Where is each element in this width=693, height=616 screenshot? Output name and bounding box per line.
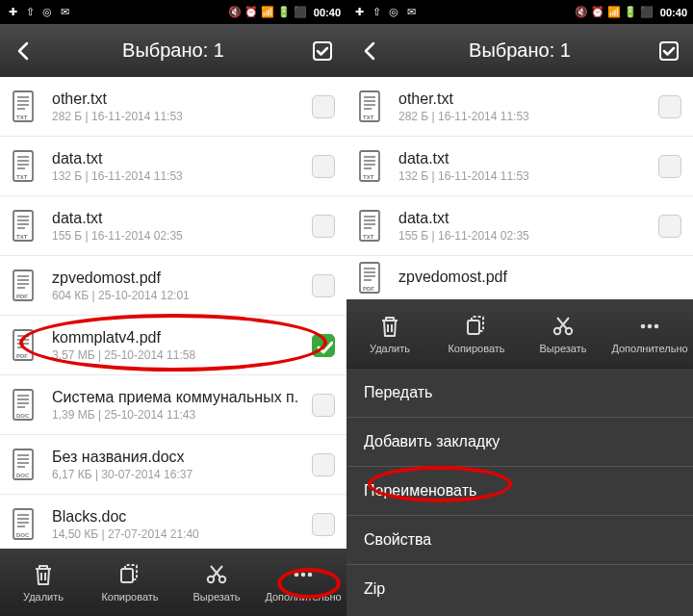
copy-button[interactable]: Копировать — [433, 299, 520, 368]
file-row[interactable]: PDF zpvedomost.pdf 604 КБ | 25-10-2014 1… — [346, 256, 693, 301]
bottom-toolbar: Удалить Копировать Вырезать Дополнительн… — [0, 549, 346, 616]
cut-button[interactable]: Вырезать — [173, 549, 260, 616]
select-all-button[interactable] — [308, 37, 337, 65]
file-row[interactable]: TXT data.txt 155 Б | 16-11-2014 02:35 — [346, 196, 693, 256]
more-menu-overlay: Удалить Копировать Вырезать Дополнительн… — [346, 299, 693, 616]
file-meta: 132 Б | 16-11-2014 11:53 — [52, 169, 312, 183]
file-type-icon: TXT — [12, 210, 40, 243]
file-row[interactable]: PDF kommplatv4.pdf 3,57 МБ | 25-10-2014 … — [0, 316, 346, 375]
svg-text:TXT: TXT — [16, 234, 28, 240]
selection-checkbox[interactable] — [658, 155, 681, 178]
file-name: Система приема коммунальных п. — [52, 389, 312, 406]
file-name: Blacks.doc — [52, 508, 312, 526]
selection-checkbox[interactable] — [312, 215, 335, 238]
more-label: Дополнительно — [611, 343, 687, 354]
file-name: Без названия.docx — [52, 449, 312, 466]
svg-text:TXT: TXT — [16, 115, 28, 120]
file-type-icon: DOC — [12, 508, 40, 541]
more-button[interactable]: Дополнительно — [606, 299, 693, 368]
overlay-menu-item[interactable]: Свойства — [346, 516, 693, 565]
file-row[interactable]: DOC Система приема коммунальных п. 1,39 … — [0, 375, 346, 435]
header-bar: Выбрано: 1 — [346, 24, 693, 77]
overlay-toolbar: Удалить Копировать Вырезать Дополнительн… — [346, 299, 693, 369]
selection-checkbox[interactable] — [312, 155, 335, 178]
delete-button[interactable]: Удалить — [0, 549, 87, 616]
file-name: data.txt — [398, 150, 658, 167]
selection-checkbox[interactable] — [312, 513, 335, 536]
selection-checkbox[interactable] — [658, 215, 681, 238]
svg-text:TXT: TXT — [16, 174, 28, 180]
cut-button[interactable]: Вырезать — [520, 299, 606, 368]
header-title: Выбрано: 1 — [385, 39, 654, 62]
file-row[interactable]: DOC Без названия.docx 6,17 КБ | 30-07-20… — [0, 435, 346, 495]
cut-icon — [551, 314, 576, 339]
cut-icon — [204, 562, 229, 587]
delete-label: Удалить — [370, 343, 410, 354]
svg-text:DOC: DOC — [16, 473, 30, 478]
target-icon: ◎ — [387, 6, 400, 19]
delete-label: Удалить — [23, 591, 64, 603]
file-name: data.txt — [52, 150, 312, 167]
file-name: zpvedomost.pdf — [398, 269, 681, 286]
more-icon — [291, 562, 316, 587]
plus-icon: ✚ — [6, 6, 19, 19]
copy-icon — [464, 314, 489, 339]
selection-checkbox[interactable] — [658, 95, 681, 118]
file-meta: 282 Б | 16-11-2014 11:53 — [52, 110, 312, 123]
overlay-menu-item[interactable]: Добавить закладку — [346, 418, 693, 467]
file-type-icon: PDF — [12, 329, 40, 362]
more-button[interactable]: Дополнительно — [260, 549, 346, 616]
wifi-icon: 📶 — [607, 6, 621, 19]
header-bar: Выбрано: 1 — [0, 24, 346, 77]
file-type-icon: DOC — [12, 449, 40, 481]
file-type-icon: TXT — [12, 150, 40, 183]
file-type-icon: PDF — [12, 270, 40, 302]
selection-checkbox[interactable] — [312, 334, 335, 357]
back-button[interactable] — [10, 37, 38, 65]
file-name: data.txt — [52, 210, 312, 227]
selection-checkbox[interactable] — [312, 95, 335, 118]
file-row[interactable]: TXT other.txt 282 Б | 16-11-2014 11:53 — [0, 77, 346, 137]
trash-icon — [377, 314, 402, 339]
file-meta: 132 Б | 16-11-2014 11:53 — [398, 169, 658, 183]
back-button[interactable] — [356, 37, 385, 65]
cut-label: Вырезать — [193, 591, 241, 603]
file-type-icon: TXT — [358, 210, 387, 243]
copy-button[interactable]: Копировать — [87, 549, 173, 616]
file-meta: 6,17 КБ | 30-07-2014 16:37 — [52, 468, 312, 481]
file-row[interactable]: TXT data.txt 155 Б | 16-11-2014 02:35 — [0, 196, 346, 256]
svg-text:PDF: PDF — [16, 353, 28, 359]
status-bar: ✚ ⇧ ◎ ✉ 🔇 ⏰ 📶 🔋 ⬛ 00:40 — [346, 0, 693, 24]
file-row[interactable]: TXT data.txt 132 Б | 16-11-2014 11:53 — [346, 137, 693, 196]
selection-checkbox[interactable] — [312, 453, 335, 476]
overlay-menu-item[interactable]: Передать — [346, 369, 693, 418]
file-type-icon: TXT — [358, 150, 387, 183]
file-meta: 14,50 КБ | 27-07-2014 21:40 — [52, 527, 312, 541]
selection-checkbox[interactable] — [312, 394, 335, 417]
wifi-icon: 📶 — [261, 6, 274, 19]
file-row[interactable]: TXT data.txt 132 Б | 16-11-2014 11:53 — [0, 137, 346, 196]
file-row[interactable]: TXT other.txt 282 Б | 16-11-2014 11:53 — [346, 77, 693, 137]
file-name: data.txt — [398, 210, 658, 227]
file-name: kommplatv4.pdf — [52, 329, 312, 346]
clock: 00:40 — [660, 7, 687, 18]
file-name: other.txt — [398, 90, 658, 108]
file-row[interactable]: PDF zpvedomost.pdf 604 КБ | 25-10-2014 1… — [0, 256, 346, 316]
svg-text:DOC: DOC — [16, 532, 30, 538]
overlay-menu-list: ПередатьДобавить закладкуПереименоватьСв… — [346, 369, 693, 613]
copy-label: Копировать — [448, 343, 504, 354]
target-icon: ◎ — [40, 6, 54, 19]
upload-icon: ⇧ — [23, 6, 37, 19]
delete-button[interactable]: Удалить — [346, 299, 433, 368]
overlay-menu-item[interactable]: Переименовать — [346, 467, 693, 516]
file-name: zpvedomost.pdf — [52, 270, 312, 287]
copy-icon — [117, 562, 142, 587]
alarm-icon: ⏰ — [244, 6, 258, 19]
overlay-menu-item[interactable]: Zip — [346, 565, 693, 613]
more-icon — [637, 314, 662, 339]
mute-icon: 🔇 — [228, 6, 242, 19]
file-list[interactable]: TXT other.txt 282 Б | 16-11-2014 11:53 T… — [0, 77, 346, 549]
selection-checkbox[interactable] — [312, 274, 335, 297]
file-row[interactable]: DOC Blacks.doc 14,50 КБ | 27-07-2014 21:… — [0, 495, 346, 549]
select-all-button[interactable] — [654, 37, 683, 65]
